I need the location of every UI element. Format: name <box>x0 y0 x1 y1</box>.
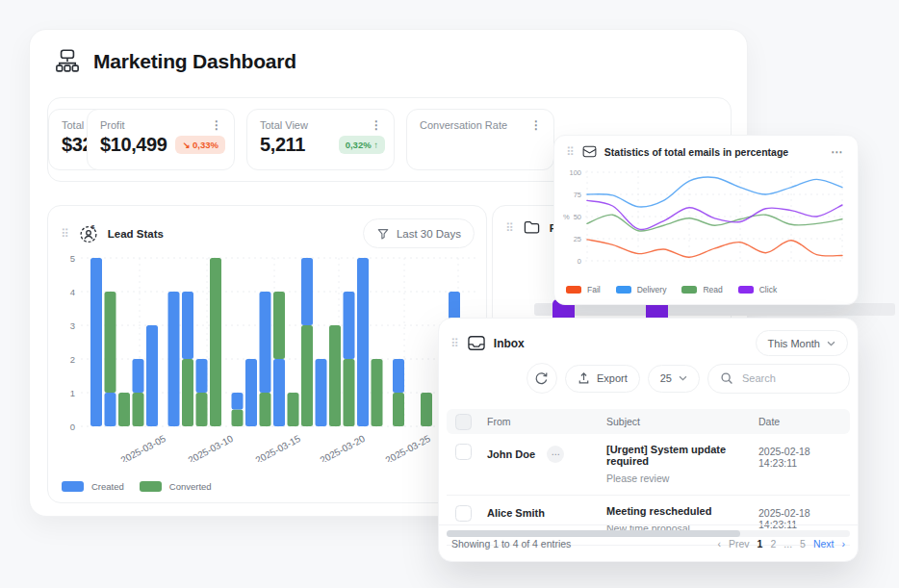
search-input[interactable] <box>740 371 821 385</box>
trend-badge: 0,32% ↑ <box>339 136 385 154</box>
stat-menu-button[interactable]: ⋮ <box>527 119 546 131</box>
inbox-header: ⠿ Inbox This Month <box>439 319 858 356</box>
drag-handle-icon[interactable]: ⠿ <box>566 146 575 158</box>
email-stats-header: ⠿ Statistics of total emails in percenta… <box>554 136 858 158</box>
inbox-footer: Showing 1 to 4 of 4 entries ‹Prev12...5N… <box>439 524 858 561</box>
stat-card-total-view: Total View⋮5,2110,32% ↑ <box>246 109 395 170</box>
svg-text:50: 50 <box>574 213 581 221</box>
folder-icon <box>523 218 541 237</box>
export-icon <box>578 371 590 385</box>
stat-card-top: Total View⋮ <box>247 110 394 131</box>
svg-text:3: 3 <box>70 320 75 331</box>
column-header-from: From <box>487 416 606 427</box>
legend-label: Fail <box>587 285 601 294</box>
lead-stats-legend: CreatedConverted <box>62 481 212 492</box>
email-stats-line-chart: 0255075100% <box>558 165 855 272</box>
email-stats-card: ⠿ Statistics of total emails in percenta… <box>553 135 859 305</box>
pagination-item[interactable]: ... <box>783 538 792 550</box>
date-cell: 2025-02-18 14:23:11 <box>758 444 850 469</box>
sitemap-icon <box>53 47 82 76</box>
email-stats-menu-button[interactable]: ⋯ <box>827 146 846 158</box>
svg-text:4: 4 <box>70 287 75 297</box>
stat-card-top: Profit⋮ <box>88 110 234 131</box>
lead-icon: $ <box>78 223 99 244</box>
inbox-title: Inbox <box>494 337 525 350</box>
legend-label: Click <box>759 285 777 294</box>
date-range-filter-label: Last 30 Days <box>397 228 461 240</box>
entries-summary: Showing 1 to 4 of 4 entries <box>451 538 571 550</box>
stat-title: Conversation Rate <box>420 119 507 131</box>
column-header-subject: Subject <box>606 416 758 427</box>
legend-label: Read <box>703 285 722 294</box>
legend-item-click: Click <box>738 285 777 294</box>
inbox-card: ⠿ Inbox This Month Exp <box>438 318 859 562</box>
lead-stats-title: Lead Stats <box>108 228 164 240</box>
pagination-next[interactable]: Next <box>813 538 835 550</box>
lead-stats-header: ⠿ $ Lead Stats Last 30 Days <box>48 206 486 248</box>
email-stats-legend: FailDeliveryReadClick <box>566 285 777 294</box>
select-all-checkbox[interactable] <box>455 414 472 430</box>
drag-handle-icon[interactable]: ⠿ <box>61 228 69 240</box>
legend-item-fail: Fail <box>566 285 601 294</box>
refresh-button[interactable] <box>527 363 557 394</box>
converted-swatch <box>140 481 162 492</box>
page-title: Marketing Dashboard <box>93 50 296 73</box>
svg-text:75: 75 <box>574 191 581 199</box>
page-size-value: 25 <box>660 372 672 384</box>
svg-text:2: 2 <box>70 354 75 365</box>
pagination-item[interactable]: 5 <box>800 538 806 550</box>
svg-text:5: 5 <box>70 253 75 264</box>
pagination-next[interactable]: › <box>842 538 846 550</box>
svg-text:0: 0 <box>70 422 75 432</box>
svg-text:2025-03-10: 2025-03-10 <box>187 433 236 462</box>
subject-text: Meeting rescheduled <box>606 505 758 517</box>
row-menu-button[interactable]: ⋯ <box>547 446 564 463</box>
funnel-icon <box>376 227 390 241</box>
created-swatch <box>62 481 84 492</box>
stat-value: 5,211 <box>260 134 305 156</box>
svg-text:2025-03-20: 2025-03-20 <box>319 433 368 462</box>
refresh-icon <box>534 371 549 386</box>
pagination-prev[interactable]: Prev <box>729 538 750 550</box>
chevron-down-icon <box>827 341 835 346</box>
pagination-item[interactable]: 2 <box>770 538 776 550</box>
lead-stats-card: ⠿ $ Lead Stats Last 30 Days 0123452025-0… <box>47 205 487 503</box>
svg-text:2025-03-05: 2025-03-05 <box>119 433 168 462</box>
export-label: Export <box>597 372 628 384</box>
stat-value-row: $10,499↘ 0,33% <box>88 131 234 156</box>
drag-handle-icon[interactable]: ⠿ <box>505 222 514 234</box>
delivery-swatch <box>616 286 631 294</box>
row-checkbox[interactable] <box>455 505 472 522</box>
stat-menu-button[interactable]: ⋮ <box>207 119 226 131</box>
table-row[interactable]: John Doe⋯[Urgent] System update required… <box>447 434 850 496</box>
date-range-filter-button[interactable]: Last 30 Days <box>363 218 475 248</box>
svg-text:25: 25 <box>574 235 581 243</box>
legend-label: Created <box>91 481 124 492</box>
period-filter-label: This Month <box>768 338 820 349</box>
column-header-date: Date <box>758 416 850 427</box>
stat-card-top: Conversation Rate⋮ <box>407 110 553 131</box>
pagination: ‹Prev12...5Next› <box>710 538 845 550</box>
search-box[interactable] <box>707 364 850 394</box>
legend-label: Delivery <box>637 285 667 294</box>
subject-text: [Urgent] System update required <box>606 444 758 467</box>
stat-title: Profit <box>100 119 125 131</box>
sender-name: John Doe <box>487 448 535 460</box>
dashboard-page: Marketing Dashboard ⠿ Total Income⋮$32,4… <box>0 0 899 588</box>
period-filter-button[interactable]: This Month <box>756 330 848 356</box>
row-checkbox[interactable] <box>455 444 472 460</box>
pagination-prev[interactable]: ‹ <box>718 538 722 550</box>
subject-preview: Please review <box>606 473 758 484</box>
drag-handle-icon[interactable]: ⠿ <box>450 338 459 349</box>
page-size-select[interactable]: 25 <box>648 365 700 393</box>
svg-text:%: % <box>563 213 570 221</box>
stat-title: Total View <box>260 119 308 131</box>
pagination-current-page[interactable]: 1 <box>758 538 763 550</box>
read-swatch <box>681 286 697 294</box>
svg-text:2025-03-15: 2025-03-15 <box>254 433 303 462</box>
search-icon <box>720 371 733 385</box>
stat-menu-button[interactable]: ⋮ <box>367 119 386 131</box>
export-button[interactable]: Export <box>565 365 640 393</box>
stat-card-profit: Profit⋮$10,499↘ 0,33% <box>87 109 235 170</box>
svg-text:100: 100 <box>569 168 581 177</box>
